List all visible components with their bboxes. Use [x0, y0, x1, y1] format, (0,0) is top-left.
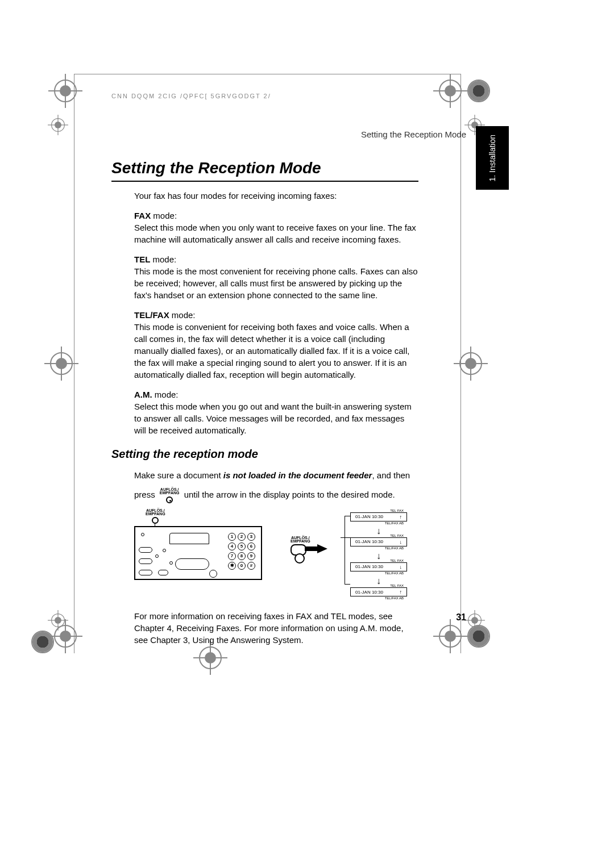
display-state: TEL FAX 01-JAN 10:30 ↓ TEL/FAX AB: [350, 534, 407, 550]
diagram: AUFLÖS./ EMPFANG 1 2 3: [134, 509, 418, 600]
down-arrow-icon: ↓: [350, 578, 407, 584]
header-code: CNN DQQM 2CIG /QPFC[ 5GRVGODGT 2/: [111, 93, 271, 99]
key: 2: [238, 533, 246, 541]
registration-mark: [51, 118, 65, 132]
tel-mode: TEL mode: This mode is the most convenie…: [134, 253, 418, 301]
down-arrow-icon: ↓: [350, 553, 407, 559]
display-state: TEL FAX 01-JAN 10:30 ↓ TEL/FAX AB: [350, 559, 407, 575]
sub-heading: Setting the reception mode: [111, 448, 418, 461]
display-sequence: TEL FAX 01-JAN 10:30 ↑ TEL/FAX AB ↓ TEL …: [350, 509, 407, 603]
display-date: 01-JAN 10:30: [355, 590, 383, 595]
key: 6: [247, 542, 255, 550]
instruction: Make sure a document is not loaded in th…: [134, 469, 418, 482]
instr-text: press: [134, 490, 155, 499]
device-callout-label: AUFLÖS./ EMPFANG: [146, 509, 165, 524]
mode-label: FAX: [134, 211, 151, 220]
display-date: 01-JAN 10:30: [355, 564, 383, 569]
display-state: TEL FAX 01-JAN 10:30 ↑ TEL/FAX AB: [350, 509, 407, 525]
display-date: 01-JAN 10:30: [355, 514, 383, 519]
heading-rule: [111, 181, 418, 182]
main-content: Setting the Reception Mode Your fax has …: [111, 159, 418, 646]
section-tab-label: 1. Installation: [488, 135, 497, 182]
key: 0: [238, 562, 246, 570]
instr-emphasis: is not loaded in the document feeder: [223, 470, 372, 480]
registration-mark: [459, 352, 482, 375]
crop-line: [74, 74, 460, 74]
mode-suffix: mode:: [152, 390, 179, 399]
registration-mark: [51, 614, 65, 627]
mode-suffix: mode:: [150, 254, 176, 264]
mode-desc: This mode is the most convenient for rec…: [134, 266, 418, 300]
btn-text-2: EMPFANG: [291, 539, 310, 543]
btn-text-2: EMPFANG: [160, 491, 180, 495]
connector: [345, 516, 345, 584]
registration-mark: [54, 80, 77, 102]
display-arrow: ↓: [400, 564, 403, 570]
instr-text: , and then: [372, 470, 410, 480]
mode-desc: Select this mode when you go out and wan…: [134, 402, 412, 435]
display-arrow: ↑: [400, 514, 403, 520]
display-date: 01-JAN 10:30: [355, 539, 383, 544]
am-mode: A.M. mode: Select this mode when you go …: [134, 389, 418, 436]
display-bottom: TEL/FAX AB: [350, 571, 407, 575]
section-tab: 1. Installation: [476, 126, 509, 190]
arrow-right-icon: [317, 544, 327, 553]
instr-text: Make sure a document: [134, 470, 223, 480]
instr-text: until the arrow in the display points to…: [184, 490, 395, 499]
document-page: CNN DQQM 2CIG /QPFC[ 5GRVGODGT 2/ Settin…: [0, 0, 614, 868]
key: 5: [238, 542, 246, 550]
key: 3: [247, 533, 255, 541]
page-number: 31: [456, 612, 466, 623]
down-arrow-icon: ↓: [350, 528, 407, 534]
footer-body: For more information on receiving faxes …: [134, 610, 418, 646]
mode-suffix: mode:: [151, 211, 177, 220]
intro-text: Your fax has four modes for receiving in…: [134, 190, 418, 202]
registration-mark: [199, 646, 222, 669]
mode-label: TEL/FAX: [134, 310, 169, 320]
display-arrow: ↑: [400, 589, 403, 595]
registration-mark: [468, 614, 482, 627]
mode-suffix: mode:: [169, 310, 196, 320]
key: 4: [228, 542, 236, 550]
registration-mark: [439, 625, 462, 648]
display-arrow: ↓: [400, 539, 403, 545]
button-label-icon: AUFLÖS./ EMPFANG: [160, 488, 180, 503]
keypad-icon: 1 2 3 4 5 6 7 8 9 ✱ 0 #: [228, 533, 255, 570]
display-state: TEL FAX 01-JAN 10:30 ↑ TEL/FAX AB: [350, 584, 407, 600]
key: 7: [228, 552, 236, 560]
mode-label: A.M.: [134, 390, 152, 399]
registration-mark: [50, 352, 73, 375]
mode-desc: This mode is convenient for receiving bo…: [134, 322, 409, 379]
key: #: [247, 562, 255, 570]
key: 8: [238, 552, 246, 560]
display-bottom: TEL/FAX AB: [350, 546, 407, 550]
connector: [345, 584, 350, 585]
registration-mark: [439, 80, 462, 102]
mode-desc: Select this mode when you only want to r…: [134, 223, 416, 244]
btn-text-2: EMPFANG: [146, 512, 165, 516]
connector: [341, 537, 350, 538]
registration-mark: [31, 631, 54, 653]
display-bottom: TEL/FAX AB: [350, 596, 407, 600]
fax-mode: FAX mode: Select this mode when you only…: [134, 210, 418, 245]
instruction: press AUFLÖS./ EMPFANG until the arrow i…: [134, 488, 418, 503]
key: 1: [228, 533, 236, 541]
display-bottom: TEL/FAX AB: [350, 521, 407, 525]
mode-label: TEL: [134, 254, 150, 264]
connector: [345, 516, 350, 516]
telfax-mode: TEL/FAX mode: This mode is convenient fo…: [134, 309, 418, 381]
main-heading: Setting the Reception Mode: [111, 159, 418, 177]
key: 9: [247, 552, 255, 560]
registration-mark: [467, 625, 490, 648]
key: ✱: [228, 562, 236, 570]
running-header: Setting the Reception Mode: [361, 130, 466, 139]
fax-device-icon: 1 2 3 4 5 6 7 8 9 ✱ 0 #: [134, 526, 262, 580]
registration-mark: [467, 80, 490, 102]
